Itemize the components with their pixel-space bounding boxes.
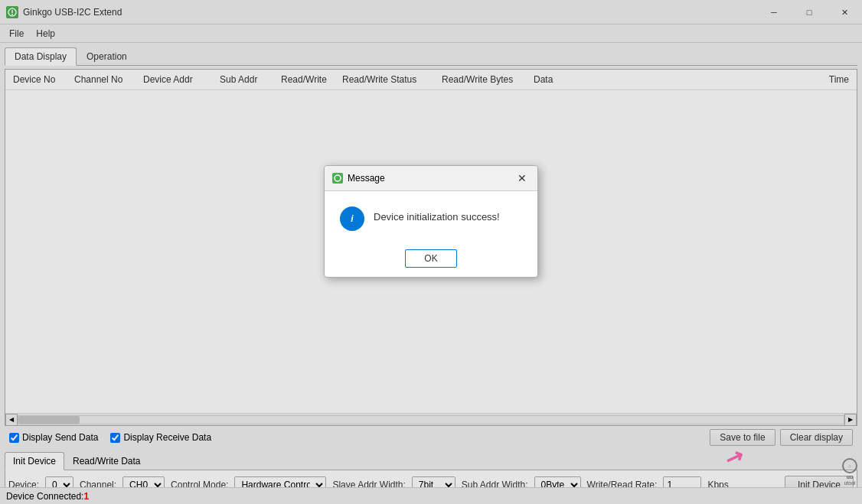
- modal-close-button[interactable]: ✕: [514, 171, 530, 186]
- modal-footer: OK: [325, 243, 537, 277]
- modal-title-left: Message: [332, 173, 385, 184]
- svg-point-2: [335, 175, 341, 181]
- modal-titlebar: Message ✕: [325, 166, 537, 191]
- message-dialog: Message ✕ i Device initialization succes…: [324, 165, 538, 278]
- modal-title-text: Message: [348, 173, 385, 184]
- modal-info-icon: i: [340, 206, 364, 231]
- modal-body: i Device initialization success!: [325, 191, 537, 243]
- modal-message: Device initialization success!: [374, 206, 500, 223]
- modal-overlay: Message ✕ i Device initialization succes…: [0, 0, 862, 504]
- modal-ok-button[interactable]: OK: [405, 249, 456, 268]
- modal-app-icon: [332, 173, 343, 184]
